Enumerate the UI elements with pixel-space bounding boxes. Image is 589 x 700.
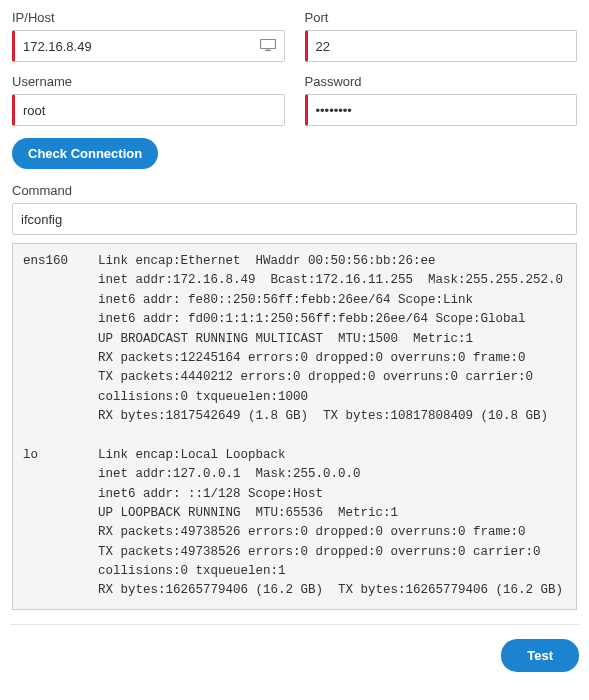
port-input[interactable]: [316, 39, 569, 54]
password-input[interactable]: [316, 103, 569, 118]
test-button[interactable]: Test: [501, 639, 579, 672]
command-input[interactable]: [21, 212, 568, 227]
footer: Test: [10, 624, 579, 672]
ip-host-input[interactable]: [23, 39, 254, 54]
port-field-wrapper[interactable]: [305, 30, 578, 62]
svg-rect-0: [260, 39, 275, 48]
password-label: Password: [305, 74, 578, 89]
ssh-connection-form: IP/Host Port Username: [10, 10, 579, 610]
password-field-wrapper[interactable]: [305, 94, 578, 126]
username-input[interactable]: [23, 103, 276, 118]
monitor-icon[interactable]: [254, 39, 276, 54]
username-field-wrapper[interactable]: [12, 94, 285, 126]
ip-host-label: IP/Host: [12, 10, 285, 25]
command-label: Command: [12, 183, 577, 198]
check-connection-button[interactable]: Check Connection: [12, 138, 158, 169]
username-label: Username: [12, 74, 285, 89]
command-output: ens160 Link encap:Ethernet HWaddr 00:50:…: [12, 243, 577, 610]
command-field-wrapper[interactable]: [12, 203, 577, 235]
port-label: Port: [305, 10, 578, 25]
ip-host-field-wrapper[interactable]: [12, 30, 285, 62]
